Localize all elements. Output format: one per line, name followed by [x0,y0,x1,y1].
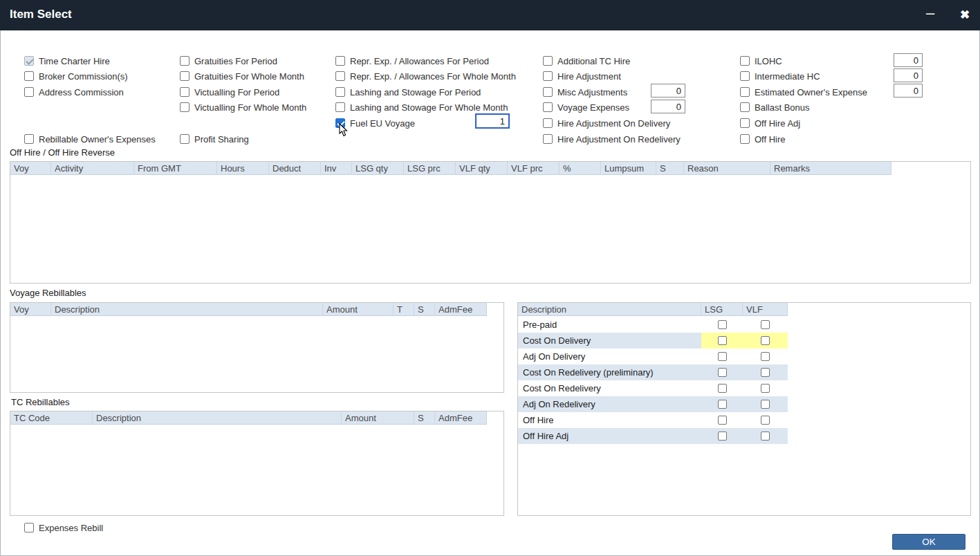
checkbox-off-hire[interactable]: Off Hire [740,133,786,145]
checkbox-misc-adjustments[interactable]: Misc Adjustments [543,86,627,98]
vlf-checkbox[interactable] [761,432,770,441]
checkbox-gratuities-for-whole-month[interactable]: Gratuities For Whole Month [180,71,304,82]
cost-matrix-row-adj-on-delivery: Adj On Delivery [518,349,788,364]
ok-button[interactable]: OK [892,534,965,550]
lsg-checkbox[interactable] [718,416,727,425]
row-label: Off Hire [518,415,701,425]
column-header-lsg[interactable]: LSG [701,303,743,316]
column-header-vlf-qty[interactable]: VLF qty [456,162,508,175]
column-header-amount[interactable]: Amount [342,411,414,425]
checkbox-repr-exp-allowances-for-period[interactable]: Repr. Exp. / Allowances For Period [335,55,489,66]
checkbox-hire-adjustment-on-delivery[interactable]: Hire Adjustment On Delivery [543,118,670,129]
column-header-s[interactable]: S [414,411,435,425]
column-header-reason[interactable]: Reason [684,162,770,175]
lsg-checkbox[interactable] [718,400,727,409]
checkbox-victualling-for-period[interactable]: Victualling For Period [180,86,279,98]
column-header-remarks[interactable]: Remarks [770,162,891,175]
checkbox-box [543,118,553,128]
checkbox-box [543,102,553,112]
checkbox-voyage-expenses[interactable]: Voyage Expenses [543,102,629,113]
column-header-amount[interactable]: Amount [323,303,394,316]
checkbox-box [180,56,189,66]
column-header-t[interactable]: T [394,303,414,316]
fuel-eu-voyage-input[interactable] [475,113,510,129]
checkbox-box [740,87,750,97]
off-hire-table: Voy Activity From GMT Hours Deduct Inv L… [10,161,971,284]
checkbox-box [180,102,189,112]
checkbox-lashing-and-stowage-for-period[interactable]: Lashing and Stowage For Period [335,86,481,98]
voyage-rebillables-table: Voy Description Amount T S AdmFee [10,302,504,393]
checkbox-box [180,87,189,97]
checkbox-lashing-and-stowage-for-whole-month[interactable]: Lashing and Stowage For Whole Month [335,102,508,113]
vlf-checkbox[interactable] [761,368,770,377]
checkbox-broker-commissions[interactable]: Broker Commission(s) [24,71,128,82]
checkbox-box [24,134,34,144]
column-header-description[interactable]: Description [518,303,701,316]
estimated-owners-expense-value-input[interactable] [894,84,923,98]
column-header-voy[interactable]: Voy [10,303,51,316]
vlf-checkbox[interactable] [761,400,770,409]
checkbox-hire-adjustment[interactable]: Hire Adjustment [543,71,621,82]
column-header-s[interactable]: S [414,303,435,316]
vlf-checkbox[interactable] [761,384,770,393]
row-label: Cost On Delivery [518,335,701,346]
checkbox-box [24,71,34,81]
column-header-lsg-prc[interactable]: LSG prc [404,162,456,175]
column-header-description[interactable]: Description [51,303,323,316]
column-header-description[interactable]: Description [93,411,342,425]
checkbox-expenses-rebill[interactable]: Expenses Rebill [24,522,103,533]
column-header-tc-code[interactable]: TC Code [10,411,93,425]
lsg-checkbox[interactable] [718,336,727,345]
checkbox-box [24,87,34,97]
lsg-checkbox[interactable] [718,320,727,329]
intermediate-hc-value-input[interactable] [894,68,923,82]
column-header-admfee[interactable]: AdmFee [435,411,487,425]
checkbox-box [24,523,34,532]
lsg-checkbox[interactable] [718,432,727,441]
misc-adjustments-input[interactable] [651,84,685,98]
checkbox-hire-adjustment-on-redelivery[interactable]: Hire Adjustment On Redelivery [543,133,681,145]
column-header-voy[interactable]: Voy [10,162,51,175]
column-header-s[interactable]: S [656,162,684,175]
ilohc-value-input[interactable] [894,53,923,67]
cost-matrix-row-adj-on-redelivery: Adj On Redelivery [518,396,788,412]
checkbox-intermediate-hc[interactable]: Intermediate HC [740,71,820,82]
checkbox-additional-tc-hire[interactable]: Additional TC Hire [543,55,630,66]
vlf-checkbox[interactable] [761,416,770,425]
column-header-lumpsum[interactable]: Lumpsum [601,162,656,175]
column-header-hours[interactable]: Hours [217,162,269,175]
column-header-inv[interactable]: Inv [321,162,352,175]
column-header-vlf[interactable]: VLF [743,303,788,316]
lsg-checkbox[interactable] [718,368,727,377]
checkbox-box [335,71,345,81]
checkbox-victualling-for-whole-month[interactable]: Victualling For Whole Month [180,102,306,113]
voyage-expenses-input[interactable] [651,100,685,113]
checkbox-ballast-bonus[interactable]: Ballast Bonus [740,102,810,113]
checkbox-ilohc[interactable]: ILOHC [740,55,782,66]
checkbox-off-hire-adj[interactable]: Off Hire Adj [740,118,800,129]
close-button[interactable]: ✖ [953,6,977,25]
column-header-activity[interactable]: Activity [51,162,134,175]
checkbox-rebillable-owners-expenses[interactable]: Rebillable Owner's Expenses [24,133,156,145]
column-header-from-gmt[interactable]: From GMT [134,162,217,175]
column-header-vlf-prc[interactable]: VLF prc [508,162,560,175]
checkbox-time-charter-hire[interactable]: Time Charter Hire [24,55,110,66]
lsg-checkbox[interactable] [718,352,727,361]
column-header-percent[interactable]: % [560,162,601,175]
minimize-button[interactable]: – [918,6,942,25]
checkbox-profit-sharing[interactable]: Profit Sharing [180,133,249,145]
cost-matrix-row-cost-on-redelivery: Cost On Redelivery [518,380,788,396]
vlf-checkbox[interactable] [761,336,770,345]
window-title: Item Select [10,8,72,21]
column-header-deduct[interactable]: Deduct [269,162,321,175]
checkbox-box [180,71,189,81]
checkbox-estimated-owners-expense[interactable]: Estimated Owner's Expense [740,86,867,98]
checkbox-address-commission[interactable]: Address Commission [24,86,124,98]
lsg-checkbox[interactable] [718,384,727,393]
checkbox-repr-exp-allowances-for-whole-month[interactable]: Repr. Exp. / Allowances For Whole Month [335,71,516,82]
checkbox-gratuities-for-period[interactable]: Gratuities For Period [180,55,277,66]
vlf-checkbox[interactable] [761,352,770,361]
vlf-checkbox[interactable] [761,320,770,329]
column-header-admfee[interactable]: AdmFee [435,303,487,316]
column-header-lsg-qty[interactable]: LSG qty [352,162,404,175]
